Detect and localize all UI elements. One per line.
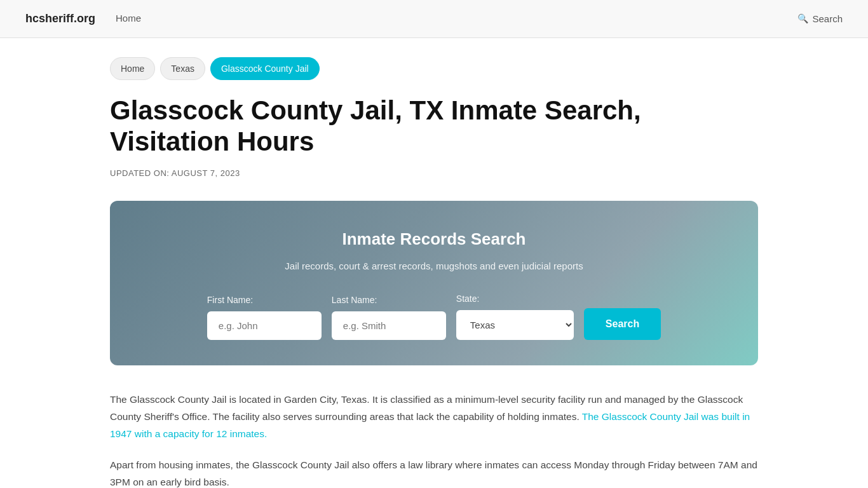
body-paragraph-1: The Glasscock County Jail is located in … xyxy=(110,391,758,442)
search-button[interactable]: Search xyxy=(584,308,661,340)
updated-on: UPDATED ON: AUGUST 7, 2023 xyxy=(110,167,758,180)
header-search-button[interactable]: 🔍 Search xyxy=(797,11,843,27)
state-select[interactable]: AlabamaAlaskaArizonaArkansasCaliforniaCo… xyxy=(456,310,574,340)
updated-label: UPDATED ON: xyxy=(110,168,169,178)
breadcrumb-home[interactable]: Home xyxy=(110,57,155,80)
breadcrumb: Home Texas Glasscock County Jail xyxy=(110,57,758,80)
page-title: Glasscock County Jail, TX Inmate Search,… xyxy=(110,95,758,157)
header-search-label: Search xyxy=(812,11,843,27)
updated-date: AUGUST 7, 2023 xyxy=(172,168,240,178)
body-paragraph-2: Apart from housing inmates, the Glasscoc… xyxy=(110,456,758,488)
last-name-group: Last Name: xyxy=(332,293,446,339)
last-name-input[interactable] xyxy=(332,311,446,340)
state-label: State: xyxy=(456,292,480,306)
last-name-label: Last Name: xyxy=(332,293,377,307)
first-name-label: First Name: xyxy=(207,293,253,307)
main-content: Home Texas Glasscock County Jail Glassco… xyxy=(85,38,783,488)
nav-home-link[interactable]: Home xyxy=(116,11,141,26)
header-left: hcsheriff.org Home xyxy=(25,10,141,28)
site-header: hcsheriff.org Home 🔍 Search xyxy=(0,0,868,38)
search-panel-title: Inmate Records Search xyxy=(142,226,726,253)
search-panel: Inmate Records Search Jail records, cour… xyxy=(110,201,758,365)
state-group: State: AlabamaAlaskaArizonaArkansasCalif… xyxy=(456,292,574,339)
site-logo[interactable]: hcsheriff.org xyxy=(25,10,95,28)
first-name-group: First Name: xyxy=(207,293,322,339)
breadcrumb-current[interactable]: Glasscock County Jail xyxy=(210,57,320,80)
search-icon: 🔍 xyxy=(797,11,808,25)
breadcrumb-texas[interactable]: Texas xyxy=(160,57,205,80)
inmate-search-form: First Name: Last Name: State: AlabamaAla… xyxy=(142,292,726,339)
first-name-input[interactable] xyxy=(207,311,322,340)
search-panel-subtitle: Jail records, court & arrest records, mu… xyxy=(142,259,726,274)
